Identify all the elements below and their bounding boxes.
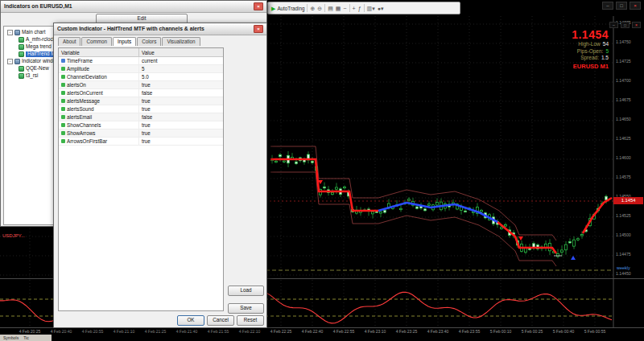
close-button[interactable]: ×: [630, 2, 641, 10]
time-axis-label: 5 Feb 00:55: [580, 330, 610, 334]
grid-header-variable: Variable: [59, 48, 139, 57]
indicators-dialog-titlebar[interactable]: Indicators on EURUSD,M1 ×: [1, 1, 266, 13]
input-variable-cell: alertsSound: [59, 105, 139, 113]
minimize-button[interactable]: –: [602, 2, 613, 10]
input-value[interactable]: true: [139, 106, 223, 112]
collapse-icon[interactable]: -: [7, 30, 13, 35]
reset-button[interactable]: Reset: [237, 315, 264, 326]
toolbar: ▶ AutoTrading ⊕⊖▤▦~+ƒ▥▾●▾: [267, 2, 460, 14]
input-row[interactable]: TimeFramecurrent: [59, 57, 223, 65]
ok-button[interactable]: OK: [177, 315, 204, 326]
input-value[interactable]: true: [139, 138, 223, 144]
close-icon[interactable]: ×: [254, 2, 263, 10]
input-type-icon: [61, 75, 65, 79]
input-variable-name: alertsSound: [67, 106, 94, 112]
tab-about[interactable]: About: [58, 37, 80, 46]
input-row[interactable]: alertsEmailfalse: [59, 113, 223, 121]
custom-dialog-titlebar[interactable]: Custom Indicator - HalfTrend MTF with ch…: [54, 23, 266, 35]
custom-indicator-dialog: Custom Indicator - HalfTrend MTF with ch…: [53, 23, 267, 328]
input-row[interactable]: alertsMessagetrue: [59, 97, 223, 105]
cancel-button[interactable]: Cancel: [207, 315, 234, 326]
input-type-icon: [61, 115, 65, 119]
indicator-icon: [19, 51, 24, 57]
tab-common[interactable]: Common: [81, 37, 112, 46]
time-axis-label: 5 Feb 00:40: [548, 330, 579, 334]
tab-inputs[interactable]: Inputs: [113, 37, 136, 46]
market-watch-tabs: Symbols Tic: [0, 335, 52, 341]
line-chart-icon[interactable]: ~: [343, 6, 346, 11]
inputs-grid: Variable Value TimeFramecurrentAmplitude…: [58, 47, 224, 311]
input-variable-cell: ShowArrows: [59, 129, 139, 138]
input-type-icon: [61, 123, 65, 127]
tab-symbols[interactable]: Symbols: [3, 336, 19, 340]
input-type-icon: [61, 59, 65, 63]
input-row[interactable]: ChannelDeviation5.0: [59, 73, 223, 81]
stat-value: 5: [605, 48, 609, 54]
input-type-icon: [61, 67, 65, 71]
input-value[interactable]: true: [139, 82, 223, 88]
tree-item[interactable]: QQE-New: [19, 65, 49, 72]
candlestick-chart-icon[interactable]: ▦: [336, 6, 341, 11]
symbol-period-label: EURUSD M1: [464, 64, 609, 70]
input-row[interactable]: alertsOntrue: [59, 81, 223, 89]
input-variable-name: ShowChannels: [67, 122, 101, 128]
stat-value: 1.5: [601, 55, 609, 60]
zoom-out-icon[interactable]: ⊖: [317, 6, 322, 11]
tree-item[interactable]: t3_rsi: [19, 72, 38, 80]
input-variable-cell: alertsOnCurrent: [59, 89, 139, 97]
input-variable-cell: alertsOn: [59, 81, 139, 89]
input-row[interactable]: ShowArrowstrue: [59, 129, 223, 138]
stat-value: 54: [603, 41, 609, 47]
tab-tick-chart[interactable]: Tic: [23, 336, 28, 340]
time-axis-label: 4 Feb 23:55: [454, 330, 485, 334]
chart-restore-button[interactable]: □: [621, 22, 630, 28]
symbol-label: EURUSD: [573, 63, 599, 70]
input-type-icon: [61, 91, 65, 95]
crosshair-icon[interactable]: +: [353, 6, 356, 11]
input-value[interactable]: 5.0: [139, 74, 223, 80]
input-value[interactable]: current: [139, 58, 223, 64]
input-row[interactable]: ShowChannelstrue: [59, 121, 223, 129]
input-value[interactable]: 5: [139, 66, 223, 72]
time-axis-label: 4 Feb 21:10: [109, 330, 139, 334]
bar-chart-icon[interactable]: ▤: [328, 6, 333, 11]
tab-visualization[interactable]: Visualization: [162, 37, 200, 46]
tree-group-label: Main chart: [22, 30, 45, 35]
save-button[interactable]: Save: [228, 303, 264, 314]
close-icon[interactable]: ×: [254, 25, 263, 33]
autotrading-play-icon: ▶: [271, 6, 275, 11]
periods-dropdown-icon[interactable]: ▥▾: [367, 6, 375, 11]
input-value[interactable]: false: [139, 90, 223, 96]
time-axis[interactable]: 4 Feb 20:254 Feb 20:404 Feb 20:554 Feb 2…: [0, 328, 644, 338]
price-info-panel: 1.1454 High-Low54 Pips-Open:5 Spread:1.5…: [464, 29, 609, 69]
restore-button[interactable]: □: [616, 2, 627, 10]
input-row[interactable]: alertsOnCurrentfalse: [59, 89, 223, 97]
background-symbol-label: USDJPY...: [2, 233, 25, 238]
load-button[interactable]: Load: [228, 286, 264, 296]
chart-close-button[interactable]: ×: [632, 22, 641, 28]
time-axis-label: 4 Feb 22:55: [328, 330, 359, 334]
input-value[interactable]: true: [139, 122, 223, 128]
toolbar-separator: [349, 4, 350, 12]
input-row[interactable]: ArrowsOnFirstBartrue: [59, 138, 223, 146]
input-value[interactable]: true: [139, 98, 223, 104]
tab-colors[interactable]: Colors: [137, 37, 161, 46]
input-variable-name: alertsMessage: [67, 98, 100, 104]
autotrading-button[interactable]: ▶ AutoTrading: [271, 6, 304, 11]
input-row[interactable]: Amplitude5: [59, 65, 223, 73]
input-value[interactable]: false: [139, 114, 223, 120]
window-controls: – □ ×: [602, 2, 641, 10]
time-axis-label: 4 Feb 22:10: [234, 330, 265, 334]
tree-group[interactable]: -Main chart: [7, 29, 45, 36]
input-value[interactable]: true: [139, 130, 223, 136]
time-axis-label: 5 Feb 00:10: [485, 330, 516, 334]
chart-window-controls: – □ ×: [609, 22, 641, 28]
indicators-icon[interactable]: ƒ: [358, 6, 361, 11]
input-variable-cell: alertsEmail: [59, 113, 139, 121]
chart-minimize-button[interactable]: –: [609, 22, 618, 28]
collapse-icon[interactable]: -: [7, 59, 13, 64]
templates-dropdown-icon[interactable]: ●▾: [378, 6, 384, 11]
tree-item[interactable]: Mega trend: [19, 43, 52, 51]
zoom-in-icon[interactable]: ⊕: [310, 6, 315, 11]
input-row[interactable]: alertsSoundtrue: [59, 105, 223, 113]
